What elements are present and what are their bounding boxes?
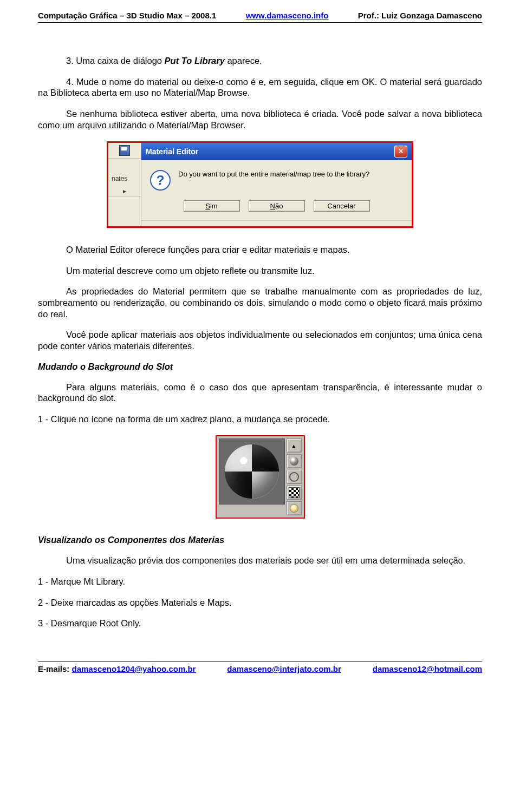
yes-button[interactable]: Sim [184,200,240,212]
paragraph-bg-slot: Para alguns materiais, como é o caso dos… [38,382,482,404]
paragraph-material-desc: Um material descreve como um objeto refl… [38,265,482,277]
step-3-root: 3 - Desmarque Root Only. [38,618,482,629]
header-right: Prof.: Luiz Gonzaga Damasceno [358,11,482,20]
checker-background-icon[interactable] [287,486,302,500]
footer-email-3[interactable]: damasceno12@hotmail.com [373,664,482,673]
footer-email-1[interactable]: damasceno1204@yahoo.com.br [72,664,196,673]
question-icon: ? [150,170,171,191]
paragraph-editor-desc: O Material Editor oferece funções para c… [38,244,482,256]
text: aparece. [225,56,262,66]
material-editor-dialog-figure: nates Material Editor × ? Do you want to… [107,141,413,228]
expand-icon [108,186,141,197]
section-heading-background: Mudando o Background do Slot [38,362,482,372]
paragraph-properties: As propriedades do Material permitem que… [38,286,482,319]
sample-light-icon[interactable] [287,501,302,515]
material-slot [219,438,285,505]
dialog-title: Material Editor [146,147,198,156]
page-footer: E-mails: damasceno1204@yahoo.com.br dama… [38,662,482,673]
dialog-name-bold: Put To Library [165,56,225,66]
section-heading-components: Visualizando os Componentes dos Materias [38,535,482,545]
dialog-titlebar: Material Editor × [141,143,412,160]
step-1-library: 1 - Marque Mt Library. [38,576,482,587]
left-panel-label: nates [108,159,141,186]
footer-email-2[interactable]: damasceno@interjato.com.br [227,664,341,673]
step-2-options: 2 - Deixe marcadas as opções Materials e… [38,597,482,608]
text: 3. Uma caixa de diálogo [66,56,165,66]
paragraph-components: Uma visualização prévia dos componentes … [38,555,482,566]
paragraph-note: Se nenhuma biblioteca estiver aberta, um… [38,108,482,130]
backlight-icon[interactable] [287,470,302,484]
cancel-button[interactable]: Cancelar [314,200,370,212]
sample-sphere-icon[interactable] [287,454,302,468]
page-header: Computação Gráfica – 3D Studio Max – 200… [38,11,482,23]
dialog-message: Do you want to put the entire material/m… [178,170,369,178]
close-icon[interactable]: × [394,146,407,158]
save-library-icon [108,143,141,159]
scroll-up-icon[interactable]: ▴ [287,438,302,453]
no-button[interactable]: Não [249,200,305,212]
preview-sphere-icon [225,444,279,499]
header-link[interactable]: www.damasceno.info [246,11,329,20]
slot-preview-figure: ▴ [216,435,305,519]
header-left: Computação Gráfica – 3D Studio Max – 200… [38,11,216,20]
paragraph-4: 4. Mude o nome do material ou deixe-o co… [38,76,482,99]
paragraph-3: 3. Uma caixa de diálogo Put To Library a… [38,55,482,67]
footer-label: E-mails: [38,664,72,673]
paragraph-apply: Você pode aplicar materiais aos objetos … [38,329,482,351]
step-1-checker: 1 - Clique no ícone na forma de um xadre… [38,414,482,425]
